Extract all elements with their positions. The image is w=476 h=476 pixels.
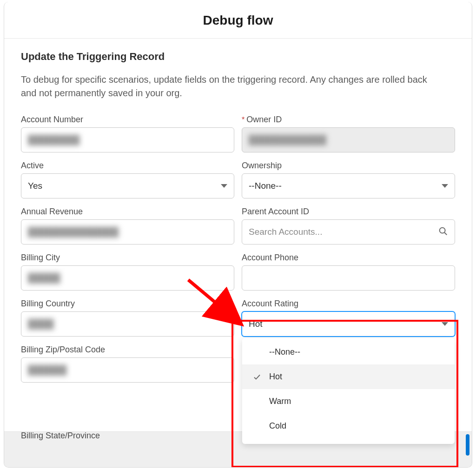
masked-value: ██████ (28, 365, 67, 375)
field-billing-city: Billing City █████ (21, 253, 234, 291)
option-label: Cold (269, 421, 286, 431)
select-account-rating-value: Hot (249, 319, 263, 329)
field-billing-country: Billing Country ████ (21, 299, 234, 337)
field-account-phone: Account Phone (242, 253, 455, 291)
label-account-number: Account Number (21, 115, 234, 125)
label-billing-country: Billing Country (21, 299, 234, 309)
input-billing-country[interactable]: ████ (21, 311, 234, 337)
check-icon (252, 373, 262, 381)
search-icon (438, 226, 448, 238)
input-billing-city[interactable]: █████ (21, 265, 234, 291)
label-billing-city: Billing City (21, 253, 234, 263)
dropdown-account-rating: --None-- Hot Warm (242, 338, 455, 444)
input-account-number[interactable]: ████████ (21, 127, 234, 152)
option-cold[interactable]: Cold (242, 414, 455, 438)
chevron-down-icon (221, 184, 227, 188)
masked-value: ██████████████ (28, 227, 119, 237)
option-label: --None-- (269, 347, 300, 357)
label-parent-account: Parent Account ID (242, 207, 455, 217)
svg-line-1 (444, 232, 447, 235)
label-billing-state-partial: Billing State/Province (21, 431, 100, 441)
option-warm[interactable]: Warm (242, 389, 455, 414)
input-account-phone[interactable] (242, 265, 455, 291)
label-annual-revenue: Annual Revenue (21, 207, 234, 217)
label-ownership: Ownership (242, 161, 455, 171)
label-account-phone: Account Phone (242, 253, 455, 263)
lookup-placeholder: Search Accounts... (249, 227, 322, 237)
section-description: To debug for specific scenarios, update … (21, 73, 430, 100)
chevron-down-icon (442, 184, 448, 188)
input-owner-id: ████████████ (242, 127, 455, 152)
debug-flow-modal: Debug flow Update the Triggering Record … (4, 2, 472, 468)
field-account-number: Account Number ████████ (21, 115, 234, 152)
field-ownership: Ownership --None-- (242, 161, 455, 198)
select-active-value: Yes (28, 181, 42, 191)
label-owner-id: * Owner ID (242, 115, 455, 125)
required-star-icon: * (242, 116, 245, 124)
input-annual-revenue[interactable]: ██████████████ (21, 219, 234, 245)
field-active: Active Yes (21, 161, 234, 198)
label-active: Active (21, 161, 234, 171)
label-billing-zip: Billing Zip/Postal Code (21, 345, 234, 355)
select-active[interactable]: Yes (21, 173, 234, 198)
masked-value: ████ (28, 319, 54, 329)
lookup-parent-account[interactable]: Search Accounts... (242, 219, 455, 245)
masked-value: ████████████ (249, 135, 327, 145)
field-parent-account: Parent Account ID Search Accounts... (242, 207, 455, 245)
form-grid: Account Number ████████ * Owner ID █████… (21, 115, 455, 383)
label-account-rating: Account Rating (242, 299, 455, 309)
modal-title: Debug flow (4, 13, 472, 28)
option-hot[interactable]: Hot (242, 364, 455, 389)
field-billing-zip: Billing Zip/Postal Code ██████ (21, 345, 234, 383)
field-annual-revenue: Annual Revenue ██████████████ (21, 207, 234, 245)
modal-body: Update the Triggering Record To debug fo… (4, 39, 472, 468)
option-label: Hot (269, 372, 282, 382)
field-owner-id: * Owner ID ████████████ (242, 115, 455, 152)
input-billing-zip[interactable]: ██████ (21, 357, 234, 383)
svg-point-0 (440, 227, 445, 233)
masked-value: ████████ (28, 135, 80, 145)
scrollbar-thumb[interactable] (466, 434, 469, 456)
masked-value: █████ (28, 273, 60, 283)
chevron-down-icon (442, 322, 448, 326)
select-account-rating[interactable]: Hot --None-- Hot (242, 311, 455, 337)
option-label: Warm (269, 397, 291, 406)
select-ownership[interactable]: --None-- (242, 173, 455, 198)
label-owner-id-text: Owner ID (246, 115, 282, 125)
option-none[interactable]: --None-- (242, 340, 455, 364)
field-account-rating: Account Rating Hot --None-- (242, 299, 455, 337)
modal-header: Debug flow (4, 2, 472, 39)
section-title: Update the Triggering Record (21, 51, 455, 63)
select-ownership-value: --None-- (249, 181, 282, 191)
